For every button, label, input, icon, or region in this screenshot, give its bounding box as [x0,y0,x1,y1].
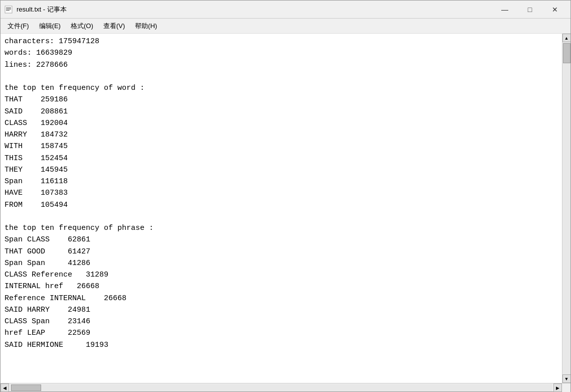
scroll-track-x[interactable] [10,384,552,391]
window-controls: — □ ✕ [493,2,566,17]
scroll-left-button[interactable]: ◀ [1,383,9,392]
scroll-up-button[interactable]: ▲ [562,34,571,42]
app-icon [5,6,13,14]
svg-rect-0 [5,6,12,13]
close-button[interactable]: ✕ [543,2,566,17]
scrollbar-corner [562,383,570,392]
scroll-thumb-x[interactable] [11,384,41,391]
scroll-track-y[interactable] [562,42,570,374]
horizontal-scrollbar-container: ◀ ▶ [1,383,570,391]
vertical-scrollbar[interactable]: ▲ ▼ [562,34,570,383]
menu-edit[interactable]: 编辑(E) [34,20,66,33]
notepad-window: result.txt - 记事本 — □ ✕ 文件(F) 编辑(E) 格式(O)… [0,0,571,392]
text-editor[interactable]: characters: 175947128 words: 16639829 li… [1,34,562,383]
menu-view[interactable]: 查看(V) [98,20,130,33]
scrollbar-x-area [9,383,553,391]
window-title: result.txt - 记事本 [17,5,493,14]
scroll-thumb-y[interactable] [563,43,570,63]
scroll-down-button[interactable]: ▼ [562,374,571,383]
scroll-right-button[interactable]: ▶ [553,383,562,392]
svg-rect-2 [6,9,11,9]
menu-format[interactable]: 格式(O) [66,20,98,33]
svg-rect-1 [6,8,11,8]
maximize-button[interactable]: □ [518,2,541,17]
menu-file[interactable]: 文件(F) [3,20,34,33]
svg-rect-3 [6,10,10,11]
menu-bar: 文件(F) 编辑(E) 格式(O) 查看(V) 帮助(H) [1,19,570,34]
minimize-button[interactable]: — [493,2,516,17]
title-bar: result.txt - 记事本 — □ ✕ [1,1,570,19]
content-area: characters: 175947128 words: 16639829 li… [1,34,570,383]
menu-help[interactable]: 帮助(H) [130,20,162,33]
